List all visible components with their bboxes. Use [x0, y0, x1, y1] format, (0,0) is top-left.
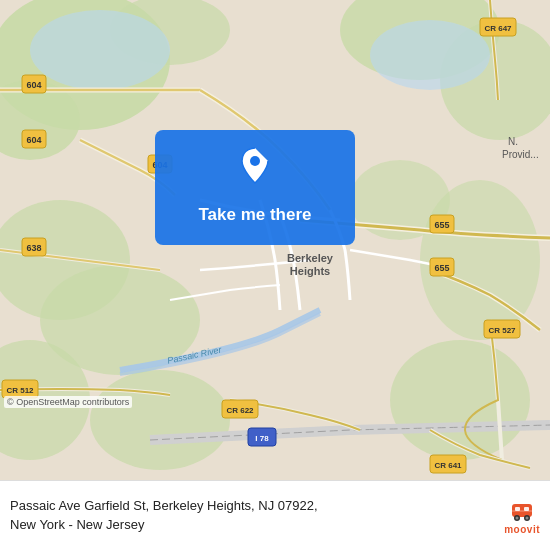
svg-text:Heights: Heights: [290, 265, 330, 277]
address-line2: New York - New Jersey: [10, 517, 144, 532]
svg-text:CR 527: CR 527: [488, 326, 516, 335]
map-svg: 604 604 604 638 655 655 CR 647 CR 512 CR…: [0, 0, 550, 480]
svg-text:CR 641: CR 641: [434, 461, 462, 470]
moovit-logo: moovit: [504, 496, 540, 535]
address-line1: Passaic Ave Garfield St, Berkeley Height…: [10, 498, 318, 513]
svg-text:Provid...: Provid...: [502, 149, 539, 160]
svg-text:N.: N.: [508, 136, 518, 147]
bottom-bar: Passaic Ave Garfield St, Berkeley Height…: [0, 480, 550, 550]
svg-point-9: [90, 370, 230, 470]
address-text: Passaic Ave Garfield St, Berkeley Height…: [10, 497, 496, 533]
svg-point-53: [516, 517, 519, 520]
moovit-logo-icon: [508, 496, 536, 524]
svg-point-55: [526, 517, 529, 520]
svg-text:638: 638: [26, 243, 41, 253]
svg-text:CR 647: CR 647: [484, 24, 512, 33]
svg-text:Take me there: Take me there: [198, 205, 311, 224]
svg-rect-51: [524, 507, 529, 511]
svg-rect-49: [512, 504, 532, 517]
svg-point-14: [370, 20, 490, 90]
svg-text:604: 604: [26, 80, 41, 90]
svg-text:Berkeley: Berkeley: [287, 252, 334, 264]
svg-point-47: [250, 156, 260, 166]
svg-text:CR 622: CR 622: [226, 406, 254, 415]
svg-text:CR 512: CR 512: [6, 386, 34, 395]
osm-credit: © OpenStreetMap contributors: [4, 396, 132, 408]
svg-text:604: 604: [26, 135, 41, 145]
svg-point-12: [390, 340, 530, 460]
svg-text:I 78: I 78: [255, 434, 269, 443]
svg-text:655: 655: [434, 220, 449, 230]
svg-text:655: 655: [434, 263, 449, 273]
svg-rect-50: [515, 507, 520, 511]
map-area: 604 604 604 638 655 655 CR 647 CR 512 CR…: [0, 0, 550, 480]
svg-point-13: [30, 10, 170, 90]
moovit-label-text: moovit: [504, 524, 540, 535]
